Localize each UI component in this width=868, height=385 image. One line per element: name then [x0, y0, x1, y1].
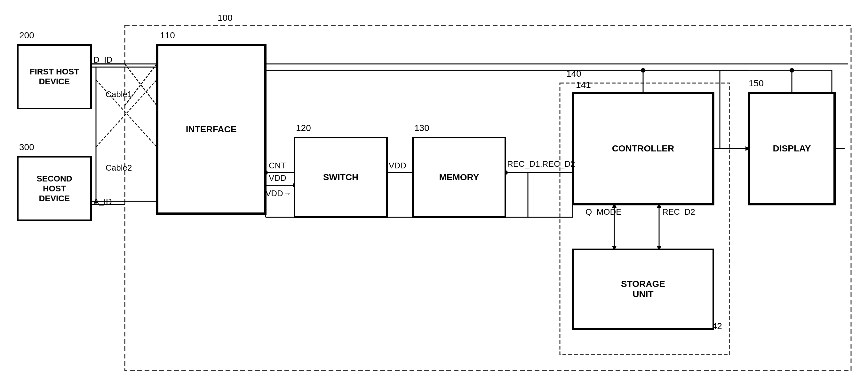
d-id-label: D_ID [93, 55, 112, 65]
rec-d2-label: REC_D2 [662, 207, 695, 217]
first-host-label: FIRST HOST DEVICE [19, 67, 90, 86]
display-label: DISPLAY [773, 143, 811, 154]
vdd-label2: VDD [389, 161, 406, 171]
ref-141: 141 [576, 80, 591, 90]
cable1-label: Cable1 [105, 90, 132, 99]
vdd-arrow-label: VDD→ [266, 188, 291, 199]
first-host-block: FIRST HOST DEVICE [18, 45, 91, 109]
storage-label: STORAGEUNIT [621, 279, 665, 300]
interface-label: INTERFACE [186, 124, 237, 135]
ref-110: 110 [160, 30, 175, 41]
diagram: 200 300 110 120 130 140 141 150 142 100 … [0, 0, 868, 385]
cable2-label: Cable2 [105, 163, 132, 173]
second-host-label: SECONDHOSTDEVICE [36, 174, 72, 204]
q-mode-label: Q_MODE [586, 207, 622, 217]
ref-150: 150 [749, 78, 764, 89]
ref-100: 100 [218, 13, 232, 23]
memory-block: MEMORY [413, 137, 505, 217]
memory-label: MEMORY [439, 172, 479, 182]
interface-block: INTERFACE [157, 45, 266, 214]
ref-130: 130 [414, 123, 429, 133]
switch-label: SWITCH [323, 172, 358, 182]
ref-140: 140 [566, 69, 581, 79]
controller-block: CONTROLLER [573, 93, 713, 205]
second-host-block: SECONDHOSTDEVICE [18, 156, 91, 220]
rec-d1-d2-label: REC_D1,REC_D2 [507, 159, 575, 169]
cnt-label: CNT [269, 161, 286, 171]
a-id-label: A_ID [93, 197, 112, 207]
ref-120: 120 [296, 123, 311, 133]
switch-block: SWITCH [294, 137, 387, 217]
ref-300: 300 [19, 142, 34, 152]
ref-200: 200 [19, 30, 34, 41]
storage-block: STORAGEUNIT [573, 249, 713, 329]
vdd-label1: VDD [269, 173, 286, 183]
controller-label: CONTROLLER [612, 143, 674, 154]
display-block: DISPLAY [749, 93, 835, 205]
